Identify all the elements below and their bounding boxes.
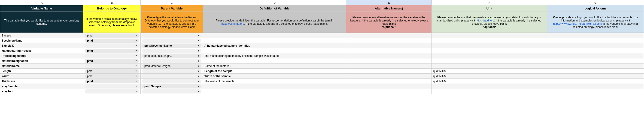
- title-variable-name[interactable]: Variable Name: [0, 5, 84, 12]
- desc-variable-name[interactable]: The variable that you would like to repr…: [0, 12, 84, 33]
- logical-axioms-cell[interactable]: [547, 33, 644, 38]
- alternative-name-cell[interactable]: [346, 74, 432, 79]
- ontology-dropdown[interactable]: pmd▼: [85, 69, 139, 73]
- logical-axioms-cell[interactable]: [547, 74, 644, 79]
- unit-cell[interactable]: qudt:MilliM: [432, 74, 547, 79]
- logical-axioms-cell[interactable]: [547, 64, 644, 68]
- desc-belongs-to-ontology[interactable]: If the variable exists in an ontology be…: [84, 12, 141, 33]
- parent-variable-dropdown[interactable]: ▼: [142, 38, 202, 43]
- definition-cell[interactable]: [203, 33, 346, 38]
- unit-cell[interactable]: qudt:MilliM: [432, 79, 547, 84]
- logical-axioms-cell[interactable]: [547, 58, 644, 64]
- variable-name-cell[interactable]: Thickness: [0, 79, 84, 84]
- alternative-name-cell[interactable]: [346, 53, 432, 58]
- definition-cell[interactable]: Width of the sample.: [203, 74, 346, 79]
- unit-cell[interactable]: qudt:MilliM: [432, 68, 547, 74]
- variable-name-cell[interactable]: SpecimenName: [0, 38, 84, 43]
- col-header-C[interactable]: C: [141, 0, 203, 5]
- variable-name-cell[interactable]: MaterialDesignation: [0, 58, 84, 64]
- title-logical-axioms[interactable]: Logical Axioms: [547, 5, 644, 12]
- parent-variable-dropdown[interactable]: ▼: [142, 74, 202, 78]
- ontology-dropdown[interactable]: pmd▼: [85, 59, 139, 63]
- desc-unit[interactable]: Please provide the unit that the variabl…: [432, 12, 547, 33]
- definition-cell[interactable]: [203, 84, 346, 89]
- parent-variable-dropdown[interactable]: ▼: [142, 49, 202, 53]
- parent-variable-dropdown[interactable]: pmd:ManufacturingP…▼: [142, 54, 202, 58]
- unit-cell[interactable]: [432, 53, 547, 58]
- variable-name-cell[interactable]: ManufacturingProcess: [0, 48, 84, 53]
- col-header-E[interactable]: E: [346, 0, 432, 5]
- alternative-name-cell[interactable]: [346, 64, 432, 68]
- variable-name-cell[interactable]: Width: [0, 74, 84, 79]
- col-header-B[interactable]: B: [84, 0, 141, 5]
- variable-name-cell[interactable]: MaterialName: [0, 64, 84, 68]
- schema-org-link[interactable]: https://schema.org: [221, 22, 244, 26]
- ontology-dropdown[interactable]: ▼: [85, 84, 139, 88]
- title-parent-variable[interactable]: Parent Variable: [141, 5, 203, 12]
- variable-name-cell[interactable]: ProcessingMethod: [0, 53, 84, 58]
- col-header-F[interactable]: F: [432, 0, 547, 5]
- logical-axioms-cell[interactable]: [547, 48, 644, 53]
- col-header-A[interactable]: A: [0, 0, 84, 5]
- logical-axioms-cell[interactable]: [547, 79, 644, 84]
- desc-logical-axioms[interactable]: Please provide any logic you would like …: [547, 12, 644, 33]
- qudt-org-link[interactable]: https://qudt.org: [476, 19, 494, 22]
- alternative-name-cell[interactable]: [346, 33, 432, 38]
- definition-cell[interactable]: [203, 48, 346, 53]
- parent-variable-dropdown[interactable]: ▼: [142, 34, 202, 38]
- definition-cell[interactable]: Thickness of the sample.: [203, 79, 346, 84]
- ontology-dropdown[interactable]: pmd▼: [85, 49, 139, 53]
- w3-axioms-link[interactable]: https://www.w3.org/TR/daml+oil-axioms/: [553, 22, 603, 26]
- parent-variable-dropdown[interactable]: ▼: [142, 89, 202, 94]
- unit-cell[interactable]: [432, 38, 547, 43]
- logical-axioms-cell[interactable]: [547, 38, 644, 43]
- logical-axioms-cell[interactable]: [547, 53, 644, 58]
- alternative-name-cell[interactable]: [346, 68, 432, 74]
- definition-cell[interactable]: [203, 89, 346, 94]
- ontology-dropdown[interactable]: pmd▼: [85, 74, 139, 78]
- title-unit[interactable]: Unit: [432, 5, 547, 12]
- unit-cell[interactable]: [432, 33, 547, 38]
- variable-name-cell[interactable]: SampleID: [0, 43, 84, 48]
- ontology-dropdown[interactable]: ▼: [85, 44, 139, 48]
- ontology-dropdown[interactable]: pmd▼: [85, 38, 139, 43]
- logical-axioms-cell[interactable]: [547, 89, 644, 94]
- logical-axioms-cell[interactable]: [547, 68, 644, 74]
- ontology-dropdown[interactable]: pmd▼: [85, 34, 139, 38]
- title-alternative-names[interactable]: Alternative Name(s): [346, 5, 432, 12]
- variable-name-cell[interactable]: XrayTool: [0, 89, 84, 94]
- ontology-dropdown[interactable]: pmd▼: [85, 79, 139, 83]
- parent-variable-dropdown[interactable]: pmd:SpecimenName▼: [142, 44, 202, 48]
- definition-cell[interactable]: [203, 58, 346, 64]
- parent-variable-dropdown[interactable]: pmd:Sample▼: [142, 84, 202, 88]
- ontology-dropdown[interactable]: ▼: [85, 64, 139, 68]
- parent-variable-dropdown[interactable]: ▼: [142, 79, 202, 83]
- logical-axioms-cell[interactable]: [547, 84, 644, 89]
- alternative-name-cell[interactable]: [346, 58, 432, 64]
- unit-cell[interactable]: [432, 89, 547, 94]
- variable-name-cell[interactable]: XraySample: [0, 84, 84, 89]
- definition-cell[interactable]: Length of the sample.: [203, 68, 346, 74]
- alternative-name-cell[interactable]: [346, 84, 432, 89]
- alternative-name-cell[interactable]: [346, 89, 432, 94]
- definition-cell[interactable]: The manufacturing method by ehich the sa…: [203, 53, 346, 58]
- ontology-dropdown[interactable]: ▼: [85, 89, 139, 94]
- col-header-D[interactable]: D: [203, 0, 346, 5]
- parent-variable-dropdown[interactable]: ▼: [142, 69, 202, 73]
- unit-cell[interactable]: [432, 64, 547, 68]
- variable-name-cell[interactable]: Sample: [0, 33, 84, 38]
- desc-parent-variable[interactable]: Please type the variable from the Parent…: [141, 12, 203, 33]
- title-belongs-to-ontology[interactable]: Belongs to Ontology: [84, 5, 141, 12]
- desc-definition[interactable]: Please provide the definition the variab…: [203, 12, 346, 33]
- definition-cell[interactable]: Name of the material.: [203, 64, 346, 68]
- ontology-dropdown[interactable]: ▼: [85, 54, 139, 58]
- alternative-name-cell[interactable]: [346, 38, 432, 43]
- title-definition[interactable]: Definition of Variable: [203, 5, 346, 12]
- unit-cell[interactable]: [432, 43, 547, 48]
- parent-variable-dropdown[interactable]: pmd:MaterialDesigna…▼: [142, 64, 202, 68]
- unit-cell[interactable]: [432, 58, 547, 64]
- alternative-name-cell[interactable]: [346, 79, 432, 84]
- alternative-name-cell[interactable]: [346, 43, 432, 48]
- unit-cell[interactable]: [432, 48, 547, 53]
- col-header-G[interactable]: G: [547, 0, 644, 5]
